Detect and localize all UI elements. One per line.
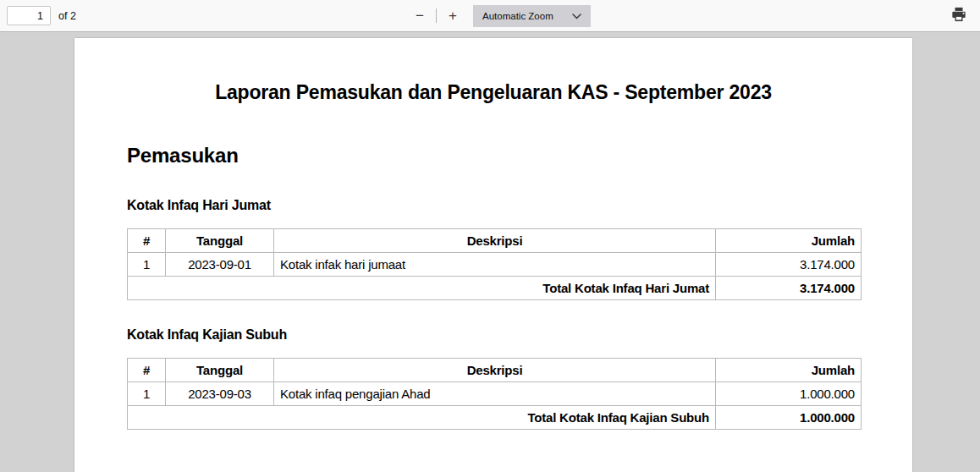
column-header-tanggal: Tanggal: [166, 229, 274, 253]
cell-number: 1: [128, 382, 166, 406]
column-header-jumlah: Jumlah: [716, 359, 862, 382]
table-row: 1 2023-09-01 Kotak infak hari jumaat 3.1…: [128, 253, 862, 277]
pdf-page: Laporan Pemasukan dan Pengeluaran KAS - …: [74, 38, 912, 472]
section-heading-pemasukan: Pemasukan: [127, 145, 860, 167]
table-header-row: # Tanggal Deskripsi Jumlah: [128, 229, 862, 253]
cell-jumlah: 3.174.000: [716, 253, 862, 277]
column-header-number: #: [128, 359, 166, 382]
document-title: Laporan Pemasukan dan Pengeluaran KAS - …: [127, 82, 860, 103]
total-label-cell: Total Kotak Infaq Kajian Subuh: [128, 406, 716, 430]
table-total-row: Total Kotak Infaq Hari Jumat 3.174.000: [128, 277, 862, 300]
column-header-deskripsi: Deskripsi: [274, 359, 716, 382]
kotak-infaq-kajian-subuh-table: # Tanggal Deskripsi Jumlah 1 2023-09-03 …: [127, 358, 862, 430]
total-value-cell: 3.174.000: [716, 277, 862, 300]
printer-icon: [951, 7, 966, 25]
column-header-tanggal: Tanggal: [166, 359, 274, 382]
zoom-controls: − + Automatic Zoom: [409, 0, 591, 31]
zoom-out-button[interactable]: −: [409, 5, 431, 27]
pdf-viewer-area[interactable]: Laporan Pemasukan dan Pengeluaran KAS - …: [0, 32, 980, 472]
kotak-infaq-hari-jumat-table: # Tanggal Deskripsi Jumlah 1 2023-09-01 …: [127, 228, 862, 300]
cell-tanggal: 2023-09-01: [166, 253, 274, 277]
toolbar-divider: [436, 8, 437, 23]
table-header-row: # Tanggal Deskripsi Jumlah: [128, 359, 862, 382]
cell-tanggal: 2023-09-03: [166, 382, 274, 406]
page-count-label: of 2: [58, 10, 76, 22]
toolbar-right-group: [947, 4, 971, 28]
total-label-cell: Total Kotak Infaq Hari Jumat: [128, 277, 716, 300]
print-button[interactable]: [947, 4, 971, 28]
column-header-number: #: [128, 229, 166, 253]
total-value-cell: 1.000.000: [716, 406, 862, 430]
column-header-deskripsi: Deskripsi: [274, 229, 716, 253]
zoom-in-button[interactable]: +: [442, 5, 464, 27]
column-header-jumlah: Jumlah: [716, 229, 862, 253]
chevron-down-icon: [572, 11, 581, 21]
cell-number: 1: [128, 253, 166, 277]
cell-deskripsi: Kotak infaq pengajian Ahad: [274, 382, 716, 406]
cell-deskripsi: Kotak infak hari jumaat: [274, 253, 716, 277]
zoom-level-value: Automatic Zoom: [482, 11, 553, 21]
pdf-toolbar: of 2 − + Automatic Zoom: [0, 0, 980, 32]
table-total-row: Total Kotak Infaq Kajian Subuh 1.000.000: [128, 406, 862, 430]
subsection-heading-kotak-infaq-kajian-subuh: Kotak Infaq Kajian Subuh: [127, 327, 860, 342]
cell-jumlah: 1.000.000: [716, 382, 862, 406]
subsection-heading-kotak-infaq-hari-jumat: Kotak Infaq Hari Jumat: [127, 198, 860, 212]
page-number-input[interactable]: [7, 6, 51, 25]
zoom-level-select[interactable]: Automatic Zoom: [473, 5, 591, 27]
table-row: 1 2023-09-03 Kotak infaq pengajian Ahad …: [128, 382, 862, 406]
page-navigation: of 2: [7, 6, 76, 25]
